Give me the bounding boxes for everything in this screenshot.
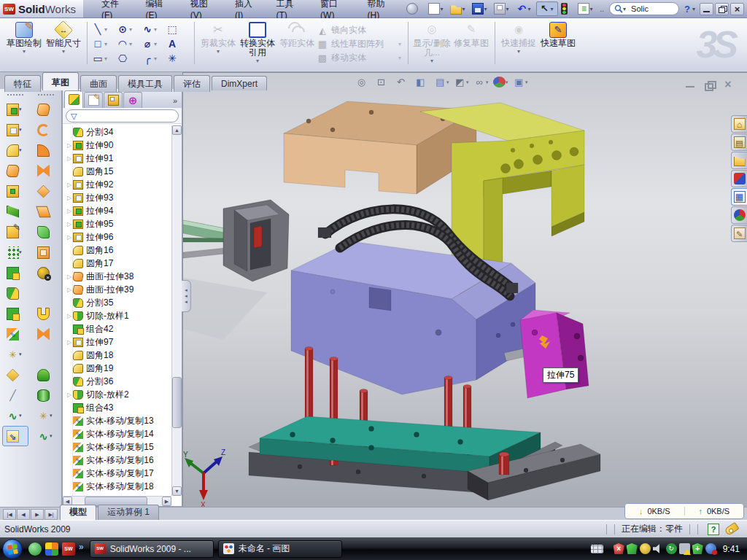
document-tab[interactable]: 模型 [60,505,96,520]
extruded-boss-tool[interactable] [2,99,28,120]
mirror-entities-button[interactable]: 镜向实体 [317,23,404,37]
trim-entities-button[interactable]: 剪裁实体 [198,20,238,66]
view-settings-button[interactable] [513,77,530,88]
taskbar-window-solidworks[interactable]: SolidWorks 2009 - ... [90,540,214,558]
toolbar-overflow[interactable]: .. [600,5,604,13]
new-document-button[interactable] [427,2,447,15]
thicken-tool[interactable] [33,385,59,405]
graphics-area[interactable]: Y Z X 拉伸75 [182,72,747,507]
repair-sketch-button[interactable]: 修复草图 [452,20,491,66]
ribbon-tab[interactable]: DimXpert [212,76,267,90]
quick-snaps-button[interactable]: 快速捕捉 [499,20,538,66]
tree-item[interactable]: 拉伸97 [66,335,171,349]
tree-item[interactable]: 拉伸94 [66,204,171,217]
smart-dimension-button[interactable]: 智能尺寸 [44,20,83,66]
dropdown-caret-icon[interactable] [550,6,556,12]
tree-item[interactable]: 圆角17 [66,257,171,270]
previous-view-button[interactable] [395,77,412,88]
wrap-tool[interactable] [2,222,28,242]
print-button[interactable] [492,2,513,15]
prev-tab-button[interactable]: ◀ [17,509,30,520]
ribbon-tab[interactable]: 草图 [42,72,79,90]
display-delete-relations-button[interactable]: 显示/删除几... [412,20,452,66]
expand-icon[interactable] [66,273,73,280]
quick-launch-app[interactable] [45,542,58,556]
polygon-tool[interactable]: ⎔ [116,52,141,64]
panel-chevron[interactable]: » [170,96,180,108]
tree-item[interactable]: 拉伸91 [66,152,171,165]
line-tool[interactable]: ╲ [91,23,116,35]
scroll-up-icon[interactable]: ▲ [172,125,182,135]
undo-button[interactable] [514,2,535,15]
language-bar-keyboard-icon[interactable] [591,545,603,553]
quick-launch-solidworks[interactable] [62,542,75,556]
search-scope-caret-icon[interactable] [623,6,629,12]
taskbar-clock[interactable]: 9:41 [723,544,740,554]
tree-item[interactable]: 圆角16 [66,244,171,257]
linear-sketch-pattern-button[interactable]: 线性草图阵列 [317,37,404,51]
tree-item[interactable]: 拉伸93 [66,191,171,204]
offset-entities-button[interactable]: 等距实体 [277,20,317,66]
expand-icon[interactable] [66,234,73,241]
reference-point-tool[interactable] [2,344,28,365]
expand-icon[interactable] [66,287,73,293]
revolved-surface-tool[interactable] [33,120,59,140]
planar-surface-tool[interactable] [33,201,59,222]
fillet-surface-tool[interactable] [33,365,59,385]
help-caret-icon[interactable] [692,6,698,12]
panel-splitter-handle[interactable]: ◂◂◂ [182,280,191,312]
tray-volume-icon[interactable] [653,543,664,554]
expand-icon[interactable] [66,392,73,398]
shell-tool[interactable] [2,181,28,201]
spline-tool[interactable]: ∿ [141,23,166,35]
rectangle-tool[interactable]: □ [91,38,116,50]
property-manager-tab[interactable] [84,92,103,108]
appearances-tab[interactable] [731,206,747,224]
sketch-text-tool[interactable]: A [166,38,190,50]
tree-item[interactable]: 圆角19 [66,362,171,375]
toolbar-grip[interactable] [37,93,55,96]
feature-tree-tab[interactable] [64,90,83,108]
hide-show-items-button[interactable] [473,77,491,88]
expand-icon[interactable] [66,195,73,201]
tree-item[interactable]: 实体-移动/复制14 [66,427,171,440]
expand-icon[interactable] [66,208,73,214]
status-help-icon[interactable]: ? [708,524,719,535]
tray-messenger-icon[interactable] [705,543,716,554]
select-tool-button[interactable] [536,1,558,16]
search-input[interactable]: Solic [631,4,649,13]
point-tool[interactable]: ✳ [166,52,190,64]
tree-item[interactable]: 分割34 [66,125,171,139]
intersect-tool[interactable] [2,303,28,324]
boundary-surface-tool[interactable] [33,160,59,181]
dropdown-caret-icon[interactable] [440,6,446,12]
zoom-area-button[interactable] [375,77,392,88]
close-button[interactable] [730,3,744,15]
zoom-fit-button[interactable] [355,77,373,88]
tree-item[interactable]: 组合42 [66,322,171,335]
knit-surface-tool[interactable] [33,242,59,262]
assembly-model[interactable]: Y Z X [183,73,747,507]
lofted-surface-tool[interactable] [33,140,59,160]
ribbon-tab[interactable]: 曲面 [80,75,117,92]
tree-item[interactable]: 实体-移动/复制17 [66,467,171,480]
doc-close-button[interactable] [721,79,735,90]
open-document-button[interactable] [449,2,469,15]
lofted-boss-tool[interactable] [2,160,28,181]
solidworks-resources-tab[interactable] [731,170,747,187]
reference-axis-tool[interactable] [2,385,28,405]
configuration-manager-tab[interactable] [104,92,123,108]
smart-dimension-caret-icon[interactable] [62,48,65,55]
tree-item[interactable]: 拉伸92 [66,178,171,191]
document-tab[interactable]: 运动算例 1 [98,505,159,520]
file-explorer-tab[interactable] [731,152,747,169]
network-speed-overlay[interactable]: ↓0KB/S ↑0KB/S [624,503,744,519]
tray-antivirus-icon[interactable] [627,543,638,554]
doc-restore-button[interactable] [702,79,716,90]
box-select-tool[interactable]: ⬚ [166,23,190,35]
next-tab-button[interactable]: ▶ [31,509,44,520]
extend-surface-tool[interactable] [33,324,59,344]
save-button[interactable] [471,2,491,15]
resources-home-tab[interactable] [731,115,747,133]
expand-icon[interactable] [66,313,73,319]
